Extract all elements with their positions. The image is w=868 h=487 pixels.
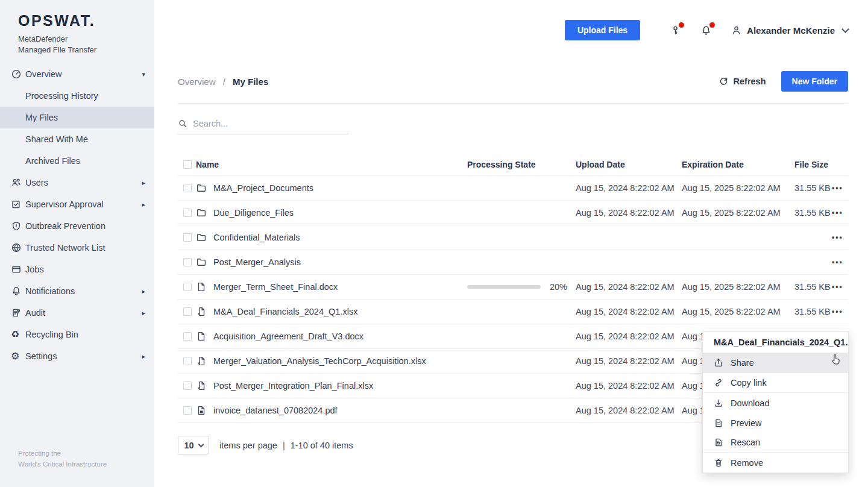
user-menu[interactable]: Alexander McKenzie: [731, 25, 848, 36]
upload-files-button[interactable]: Upload Files: [565, 20, 640, 40]
folder-icon: [196, 257, 207, 268]
select-all-checkbox[interactable]: [183, 160, 192, 169]
download-icon: [714, 398, 723, 408]
sidebar-item-jobs[interactable]: Jobs: [0, 259, 154, 280]
sidebar-item-users[interactable]: Users ▸: [0, 172, 154, 193]
sidebar-item-notifications[interactable]: Notificiations ▸: [0, 280, 154, 302]
header-divider: [178, 103, 848, 104]
xlsx-file-icon: x: [196, 306, 207, 317]
row-checkbox[interactable]: [183, 233, 192, 242]
notification-badge: [709, 22, 715, 28]
rescan-icon: [714, 438, 723, 447]
row-checkbox[interactable]: [183, 209, 192, 217]
row-actions-button[interactable]: •••: [832, 184, 848, 192]
notification-badge: [679, 22, 684, 28]
dashboard-icon: [11, 69, 25, 80]
column-header-name[interactable]: Name: [196, 160, 467, 169]
pdf-file-icon: [196, 405, 207, 416]
search-box: [178, 119, 348, 134]
row-actions-button[interactable]: •••: [832, 283, 848, 291]
sidebar-item-trusted-network-list[interactable]: Trusted Network List: [0, 237, 154, 259]
bell-icon: [11, 286, 25, 297]
recycle-icon: ♻: [11, 330, 25, 339]
sidebar-item-shared-with-me[interactable]: Shared With Me: [0, 128, 154, 150]
row-checkbox[interactable]: [183, 357, 192, 365]
new-folder-button[interactable]: New Folder: [781, 71, 848, 92]
key-icon[interactable]: [670, 25, 681, 36]
column-header-file-size[interactable]: File Size: [794, 160, 832, 169]
chevron-right-icon: ▸: [142, 287, 145, 295]
bell-icon[interactable]: [700, 25, 712, 36]
items-per-page-label: items per page: [219, 441, 277, 450]
product-name: MetaDefender: [18, 34, 154, 45]
window-icon: [11, 264, 25, 275]
table-row[interactable]: xM&A_Deal_Financials_2024_Q1.xlsx Aug 15…: [178, 300, 848, 324]
page-size-select[interactable]: 10: [178, 436, 209, 454]
chevron-right-icon: ▸: [142, 353, 145, 360]
row-checkbox[interactable]: [183, 184, 192, 192]
sidebar: OPSWAT. MetaDefender Managed File Transf…: [0, 0, 154, 487]
docx-file-icon: [196, 331, 207, 342]
sidebar-item-outbreak-prevention[interactable]: Outbreak Prevention: [0, 215, 154, 237]
menu-item-download[interactable]: Download: [703, 393, 848, 413]
table-header-row: Name Processing State Upload Date Expira…: [178, 153, 848, 176]
table-row[interactable]: Due_Diligence_Files Aug 15, 2024 8:22:02…: [178, 201, 848, 225]
row-checkbox[interactable]: [183, 332, 192, 341]
progress-label: 20%: [550, 282, 567, 292]
row-checkbox[interactable]: [183, 382, 192, 390]
refresh-button[interactable]: Refresh: [719, 77, 766, 87]
table-row[interactable]: M&A_Project_Documents Aug 15, 2024 8:22:…: [178, 176, 848, 201]
share-icon: [714, 358, 723, 368]
hand-cursor-icon: [829, 353, 842, 366]
row-actions-button[interactable]: •••: [832, 307, 848, 316]
menu-item-rescan[interactable]: Rescan: [703, 433, 848, 453]
breadcrumb-overview[interactable]: Overview: [178, 77, 216, 87]
sidebar-item-supervisor-approval[interactable]: Supervisor Approval ▸: [0, 193, 154, 215]
row-actions-button[interactable]: •••: [832, 209, 848, 217]
table-row[interactable]: Confidential_Materials •••: [178, 225, 848, 250]
menu-item-preview[interactable]: Preview: [703, 413, 848, 433]
preview-icon: [714, 418, 723, 428]
sidebar-item-audit[interactable]: Audit ▸: [0, 302, 154, 324]
svg-text:x: x: [198, 312, 200, 316]
row-checkbox[interactable]: [183, 406, 192, 415]
row-checkbox[interactable]: [183, 258, 192, 266]
items-range-label: 1-10 of 40 items: [291, 441, 353, 450]
row-actions-button[interactable]: •••: [832, 258, 848, 266]
sidebar-footer-tagline: Protecting the World's Critical Infrastr…: [18, 448, 107, 470]
search-input[interactable]: [193, 119, 332, 128]
user-icon: [731, 25, 742, 36]
menu-item-copy-link[interactable]: Copy link: [703, 373, 848, 393]
sidebar-item-processing-history[interactable]: Processing History: [0, 85, 154, 107]
sidebar-item-archived-files[interactable]: Archived Files: [0, 150, 154, 172]
chevron-right-icon: ▸: [142, 179, 145, 187]
topbar: Upload Files Alexander McKenzie: [178, 0, 848, 60]
row-checkbox[interactable]: [183, 283, 192, 291]
column-header-upload-date[interactable]: Upload Date: [576, 160, 682, 169]
folder-icon: [196, 183, 207, 193]
column-header-expiration-date[interactable]: Expiration Date: [682, 160, 794, 169]
docx-file-icon: [196, 281, 207, 292]
folder-icon: [196, 232, 207, 243]
sidebar-item-my-files[interactable]: My Files: [0, 107, 154, 128]
row-checkbox[interactable]: [183, 307, 192, 316]
column-header-processing-state[interactable]: Processing State: [467, 160, 576, 169]
menu-item-remove[interactable]: Remove: [703, 453, 848, 473]
sidebar-item-recycling-bin[interactable]: ♻ Recycling Bin: [0, 324, 154, 345]
sidebar-item-settings[interactable]: ⚙ Settings ▸: [0, 345, 154, 367]
table-row[interactable]: Merger_Term_Sheet_Final.docx 20% Aug 15,…: [178, 275, 848, 300]
sidebar-item-overview[interactable]: Overview ▾: [0, 63, 154, 85]
folder-icon: [196, 207, 207, 218]
user-name: Alexander McKenzie: [747, 25, 835, 36]
table-row[interactable]: Post_Merger_Analysis •••: [178, 250, 848, 275]
file-context-menu: M&A_Deal_Financials_2024_Q1. Share Copy …: [702, 331, 849, 473]
gear-icon: ⚙: [11, 351, 25, 361]
page-header-row: Overview / My Files Refresh New Folder: [178, 68, 848, 95]
audit-icon: [11, 307, 25, 318]
menu-item-share[interactable]: Share: [703, 353, 848, 373]
trash-icon: [714, 458, 723, 468]
xlsx-file-icon: x: [196, 380, 207, 391]
search-icon: [178, 119, 187, 128]
brand-block: OPSWAT. MetaDefender Managed File Transf…: [0, 0, 154, 55]
row-actions-button[interactable]: •••: [832, 233, 848, 242]
